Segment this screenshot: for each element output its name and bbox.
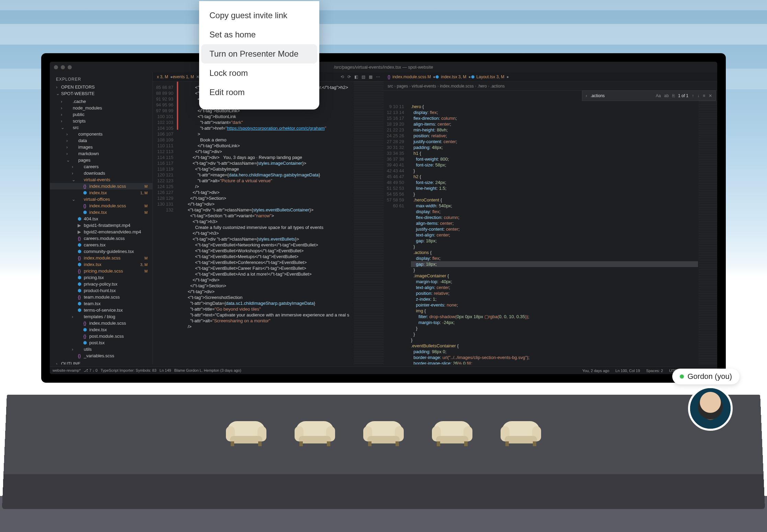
tree-item[interactable]: ⌄pages — [50, 157, 152, 163]
section-outline[interactable]: ›OUTLINE — [50, 360, 152, 365]
status-item[interactable]: Ln 100, Col 19 — [616, 369, 640, 373]
tree-item[interactable]: ⬢index.tsx1, M — [50, 189, 152, 196]
status-item[interactable]: You, 2 days ago — [582, 369, 609, 373]
split-editor-icon[interactable]: ▤ — [362, 74, 365, 79]
menu-item[interactable]: Edit room — [201, 83, 317, 102]
code-body-right[interactable]: .hero { display: flex; flex-direction: c… — [411, 101, 698, 365]
tree-item[interactable]: ›.cache — [50, 98, 152, 105]
status-item[interactable]: ⎇ 7 ↓ 0 — [84, 368, 98, 372]
tree-item[interactable]: ›scripts — [50, 118, 152, 124]
tree-item[interactable]: ›downloads — [50, 170, 152, 176]
tree-item[interactable]: ⬢product-hunt.tsx — [50, 287, 152, 294]
tree-item[interactable]: ›components — [50, 131, 152, 137]
match-word-icon[interactable]: ab — [664, 93, 669, 98]
menu-item[interactable]: Lock room — [201, 63, 317, 83]
tree-item[interactable]: ⬢post.tsx — [50, 339, 152, 346]
next-match-icon[interactable]: ↓ — [697, 93, 699, 98]
more-icon[interactable]: ⋯ — [376, 74, 380, 79]
menu-item[interactable]: Copy guest invite link — [201, 6, 317, 25]
breadcrumb-seg[interactable]: virtual-events — [412, 84, 436, 89]
close-find-icon[interactable]: ✕ — [709, 93, 712, 98]
match-case-icon[interactable]: Aa — [656, 93, 661, 98]
tree-item[interactable]: {}careers.module.scss — [50, 235, 152, 242]
tree-item[interactable]: ⌄src — [50, 124, 152, 131]
section-workspace[interactable]: ⌄SPOT-WEBSITE — [50, 90, 152, 97]
section-open-editors[interactable]: ›OPEN EDITORS — [50, 84, 152, 90]
tree-item[interactable]: {}index.module.scssM — [50, 183, 152, 189]
prev-match-icon[interactable]: ↑ — [692, 93, 694, 98]
breadcrumb-seg[interactable]: pages — [397, 84, 408, 89]
menu-item[interactable]: Turn on Presenter Mode — [201, 44, 317, 63]
status-item[interactable]: TypeScript Importer: Symbols: 83 — [101, 368, 157, 372]
editor-tab[interactable]: {}index.module.scss M● — [388, 74, 435, 79]
breadcrumb[interactable]: src › pages › virtual-events › index.mod… — [384, 82, 717, 91]
tree-item[interactable]: {}index.module.scssM — [50, 255, 152, 261]
tree-item[interactable]: ›careers — [50, 163, 152, 170]
status-item[interactable]: website-revamp* — [53, 368, 81, 372]
status-bar[interactable]: website-revamp* ⎇ 7 ↓ 0 TypeScript Impor… — [50, 367, 717, 374]
user-presence-pill[interactable]: Gordon (you) — [672, 369, 740, 384]
user-name: Gordon (you) — [687, 372, 732, 381]
go-back-icon[interactable]: ⟲ — [341, 74, 344, 79]
chair — [433, 419, 471, 446]
tree-item[interactable]: {}_variables.scss — [50, 352, 152, 359]
tree-item[interactable]: ⬢index.tsxM — [50, 209, 152, 216]
tree-item[interactable]: ›node_modules — [50, 105, 152, 111]
file-explorer[interactable]: EXPLORER ›OPEN EDITORS ⌄SPOT-WEBSITE ›.c… — [50, 72, 153, 365]
tree-item[interactable]: ⬢community-guidelines.tsx — [50, 248, 152, 255]
editor-tab[interactable]: x 3, M● — [157, 74, 173, 79]
tree-item[interactable]: {}index.module.scssM — [50, 203, 152, 209]
minimap[interactable] — [699, 101, 717, 365]
tree-item[interactable]: ›images — [50, 144, 152, 150]
code-pane-left[interactable]: 85 86 87 88 89 90 91 92 93 94 95 96 97 9… — [153, 82, 384, 365]
tree-item[interactable]: ⬢404.tsx — [50, 216, 152, 222]
file-tree[interactable]: ›.cache›node_modules›public›scripts⌄src›… — [50, 97, 152, 360]
explorer-header: EXPLORER — [50, 75, 152, 84]
editor-tab[interactable]: events 1, M✕ — [173, 74, 199, 79]
tree-item[interactable]: ⌄virtual-offices — [50, 196, 152, 203]
tree-item[interactable]: {}index.module.scss — [50, 320, 152, 326]
code-pane-right[interactable]: 9 10 11 12 13 14 15 16 17 18 19 20 21 22… — [384, 101, 717, 365]
tree-item[interactable]: ⬢team.tsx — [50, 300, 152, 307]
tree-item[interactable]: ›data — [50, 137, 152, 144]
tree-item[interactable]: ›markdown — [50, 150, 152, 157]
tree-item[interactable]: ›public — [50, 111, 152, 118]
tree-item[interactable]: ›utils — [50, 346, 152, 352]
tree-item[interactable]: ›templates / blog — [50, 313, 152, 320]
tree-item[interactable]: ⬢privacy-policy.tsx — [50, 281, 152, 287]
editor-tab[interactable]: ⬢Layout.tsx 3, M● — [471, 74, 509, 79]
tree-item[interactable]: ⬢terms-of-service.tsx — [50, 307, 152, 313]
tree-item[interactable]: ▶bgvid2-emotesandvideo.mp4 — [50, 229, 152, 235]
code-body-left[interactable]: <"t-tag">h2>Create an experience your au… — [180, 82, 364, 365]
side-by-side-icon[interactable]: ◧ — [354, 74, 358, 79]
tree-item[interactable]: {}pricing.module.scssM — [50, 268, 152, 274]
user-avatar[interactable] — [688, 386, 733, 431]
layout-icon[interactable]: ▦ — [369, 74, 373, 79]
breadcrumb-seg[interactable]: .actions — [491, 84, 505, 89]
status-item[interactable]: Spaces: 2 — [646, 369, 663, 373]
tree-item[interactable]: ▶bgvid1-firstattempt.mp4 — [50, 222, 152, 229]
find-bar[interactable]: › .actions Aa ab ⎘ 1 of 1 ↑ ↓ ≡ ✕ — [582, 91, 716, 101]
chevron-right-icon[interactable]: › — [586, 93, 587, 98]
tree-item[interactable]: {}post.module.scss — [50, 333, 152, 339]
tree-item[interactable]: ⬢index.tsx — [50, 326, 152, 333]
breadcrumb-seg[interactable]: src — [388, 84, 393, 89]
find-input[interactable]: .actions — [591, 93, 652, 98]
status-item[interactable]: Ln 149 — [160, 368, 171, 372]
tree-item[interactable]: ⬢index.tsx3, M — [50, 261, 152, 268]
minimap[interactable] — [354, 82, 384, 365]
tree-item[interactable]: ⬢pricing.tsx — [50, 274, 152, 281]
menu-item[interactable]: Set as home — [201, 25, 317, 44]
editor-tab[interactable]: ⬢index.tsx 3, M● — [435, 74, 471, 79]
go-forward-icon[interactable]: ⟳ — [347, 74, 351, 79]
breadcrumb-seg[interactable]: index.module.scss — [440, 84, 474, 89]
breadcrumb-seg[interactable]: .hero — [478, 84, 487, 89]
tree-item[interactable]: ⌄virtual-events — [50, 176, 152, 183]
editor-tabs-right[interactable]: {}index.module.scss M●⬢index.tsx 3, M●⬢L… — [384, 72, 717, 82]
regex-icon[interactable]: ⎘ — [672, 93, 675, 98]
tree-item[interactable]: {}team.module.scss — [50, 294, 152, 300]
status-item[interactable]: Blame Gordon L. Hempton (3 days ago) — [174, 368, 241, 372]
tree-item[interactable]: ⬢careers.tsx — [50, 242, 152, 248]
room-context-menu[interactable]: Copy guest invite linkSet as homeTurn on… — [199, 1, 319, 109]
find-in-selection-icon[interactable]: ≡ — [703, 93, 705, 98]
